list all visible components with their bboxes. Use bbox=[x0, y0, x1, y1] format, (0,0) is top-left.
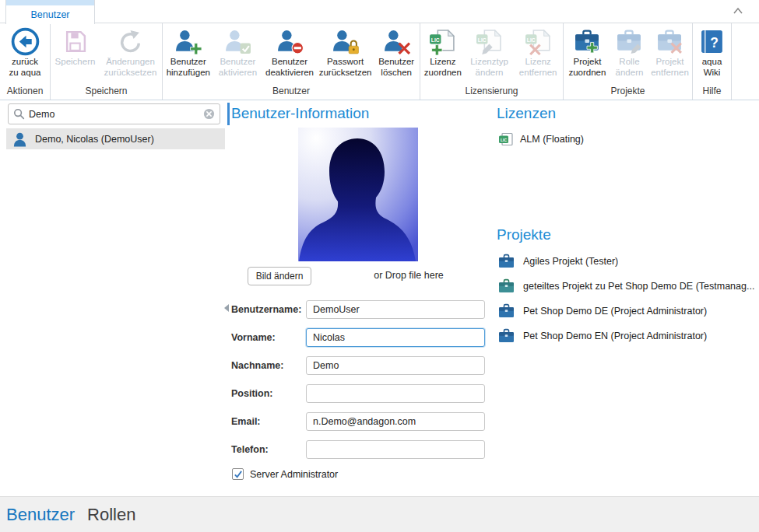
tab-benutzer[interactable]: Benutzer bbox=[5, 0, 95, 24]
page-title: Benutzer-Information bbox=[231, 105, 369, 122]
telefon-field[interactable] bbox=[306, 440, 485, 459]
ribbon-group-projekte: Projekt zuordnen Rolle ändern bbox=[564, 23, 693, 100]
checkmark-icon bbox=[234, 470, 243, 479]
briefcase-icon bbox=[498, 328, 515, 343]
server-admin-label: Server Administrator bbox=[250, 469, 338, 480]
ribbon-spacer bbox=[732, 23, 759, 100]
aqua-wiki-button[interactable]: ? aqua Wiki bbox=[695, 25, 729, 78]
search-input[interactable] bbox=[29, 109, 203, 120]
floppy-disk-icon bbox=[62, 26, 88, 57]
scrollbar-thumb[interactable] bbox=[227, 103, 230, 125]
tab-benutzer-label: Benutzer bbox=[6, 5, 94, 23]
project-label: Pet Shop Demo EN (Project Administrator) bbox=[523, 331, 707, 341]
deactivate-user-button[interactable]: Benutzer deaktivieren bbox=[262, 25, 317, 78]
svg-text:LIC: LIC bbox=[431, 37, 440, 42]
ribbon-tabstrip: Benutzer bbox=[0, 0, 759, 23]
project-label: Pet Shop Demo DE (Project Administrator) bbox=[523, 306, 707, 317]
footer-tab-rollen[interactable]: Rollen bbox=[87, 505, 135, 525]
group-label-hilfe: Hilfe bbox=[693, 86, 731, 100]
license-add-icon: LIC bbox=[429, 26, 456, 57]
ribbon-group-lizensierung: LIC Lizenz zuordnen LIC bbox=[420, 23, 564, 100]
back-to-aqua-button[interactable]: zurück zu aqua bbox=[2, 25, 47, 78]
avatar-image[interactable] bbox=[298, 128, 418, 261]
remove-project-button[interactable]: Projekt entfernen bbox=[648, 25, 691, 78]
field-label-benutzername: Benutzername: bbox=[231, 304, 304, 315]
user-search-box bbox=[8, 103, 220, 124]
project-list-item[interactable]: Agiles Projekt (Tester) bbox=[498, 254, 618, 268]
change-role-button[interactable]: Rolle ändern bbox=[612, 25, 647, 78]
briefcase-icon bbox=[498, 303, 515, 318]
position-field[interactable] bbox=[306, 384, 485, 403]
project-list-item[interactable]: Pet Shop Demo DE (Project Administrator) bbox=[498, 303, 707, 318]
user-list-item-label: Demo, Nicolas (DemoUser) bbox=[35, 134, 154, 145]
assign-project-button[interactable]: Projekt zuordnen bbox=[564, 25, 610, 78]
project-list-item[interactable]: geteiltes Projekt zu Pet Shop Demo DE (T… bbox=[498, 278, 754, 293]
user-lock-icon bbox=[332, 26, 359, 57]
group-label-benutzer: Benutzer bbox=[163, 86, 420, 100]
reset-password-button[interactable]: Passwort zurücksetzen bbox=[318, 25, 373, 78]
project-remove-icon bbox=[656, 26, 683, 57]
briefcase-icon bbox=[498, 278, 515, 293]
undo-arrow-icon bbox=[118, 26, 143, 57]
user-deactivate-icon bbox=[276, 26, 304, 57]
collapse-ribbon-icon[interactable] bbox=[733, 6, 743, 16]
activate-user-button[interactable]: Benutzer aktivieren bbox=[215, 25, 262, 78]
role-edit-icon bbox=[616, 26, 643, 57]
group-label-projekte: Projekte bbox=[564, 86, 692, 100]
user-add-icon bbox=[174, 26, 202, 57]
project-label: geteiltes Projekt zu Pet Shop Demo DE (T… bbox=[523, 281, 754, 292]
licenses-title: Lizenzen bbox=[497, 105, 556, 122]
project-add-icon bbox=[574, 26, 601, 57]
license-icon: LIC bbox=[498, 131, 514, 147]
add-user-button[interactable]: Benutzer hinzufügen bbox=[163, 25, 213, 78]
ribbon-group-hilfe: ? aqua Wiki Hilfe bbox=[693, 23, 732, 100]
group-label-aktionen: Aktionen bbox=[0, 86, 50, 100]
group-label-lizensierung: Lizensierung bbox=[420, 86, 563, 100]
delete-user-button[interactable]: Benutzer löschen bbox=[374, 25, 419, 78]
group-label-speichern: Speichern bbox=[51, 86, 162, 100]
back-arrow-icon bbox=[11, 26, 40, 57]
change-license-type-button[interactable]: LIC Lizenztyp ändern bbox=[466, 25, 513, 78]
server-admin-checkbox[interactable] bbox=[232, 468, 244, 480]
save-button[interactable]: Speichern bbox=[52, 25, 99, 68]
field-label-email: Email: bbox=[231, 416, 304, 427]
license-label: ALM (Floating) bbox=[520, 134, 584, 145]
help-book-icon: ? bbox=[699, 26, 725, 57]
license-remove-icon: LIC bbox=[525, 26, 552, 57]
field-label-vorname: Vorname: bbox=[231, 332, 304, 343]
field-label-nachname: Nachname: bbox=[231, 360, 304, 371]
app-window: Benutzer zurück zu aqua bbox=[0, 0, 759, 532]
footer-tab-benutzer[interactable]: Benutzer bbox=[6, 505, 75, 525]
svg-text:LIC: LIC bbox=[527, 37, 536, 42]
user-delete-icon bbox=[383, 26, 410, 57]
ribbon-group-aktionen: zurück zu aqua Aktionen bbox=[0, 23, 51, 100]
nachname-field[interactable] bbox=[306, 356, 485, 375]
user-list-item-selected[interactable]: Demo, Nicolas (DemoUser) bbox=[6, 128, 225, 149]
search-icon bbox=[13, 108, 25, 120]
projects-title: Projekte bbox=[497, 226, 551, 243]
change-picture-button[interactable]: Bild ändern bbox=[248, 267, 311, 285]
briefcase-icon bbox=[498, 254, 515, 268]
vorname-field[interactable] bbox=[306, 328, 485, 347]
field-label-position: Position: bbox=[231, 388, 304, 399]
revert-changes-button[interactable]: Änderungen zurücksetzen bbox=[100, 25, 161, 78]
user-icon bbox=[12, 131, 27, 147]
collapse-panel-arrow[interactable] bbox=[224, 304, 229, 312]
remove-license-button[interactable]: LIC Lizenz entfernen bbox=[514, 25, 562, 78]
field-label-telefon: Telefon: bbox=[231, 444, 304, 455]
clear-search-icon[interactable] bbox=[203, 108, 215, 120]
content-area: Demo, Nicolas (DemoUser) Benutzer-Inform… bbox=[0, 100, 759, 495]
license-list-item[interactable]: LIC ALM (Floating) bbox=[498, 131, 584, 147]
assign-license-button[interactable]: LIC Lizenz zuordnen bbox=[421, 25, 465, 78]
email-field[interactable] bbox=[306, 412, 485, 431]
svg-text:LIC: LIC bbox=[478, 37, 487, 42]
project-label: Agiles Projekt (Tester) bbox=[523, 256, 618, 267]
license-edit-icon: LIC bbox=[476, 26, 503, 57]
benutzername-field[interactable] bbox=[306, 300, 485, 319]
ribbon-group-speichern: Speichern Änderungen zurücksetzen Speich… bbox=[51, 23, 163, 100]
user-activate-icon bbox=[224, 26, 251, 57]
tab-accent-strip bbox=[6, 0, 94, 5]
drop-file-hint: or Drop file here bbox=[343, 270, 475, 281]
project-list-item[interactable]: Pet Shop Demo EN (Project Administrator) bbox=[498, 328, 707, 343]
svg-text:?: ? bbox=[710, 34, 719, 50]
